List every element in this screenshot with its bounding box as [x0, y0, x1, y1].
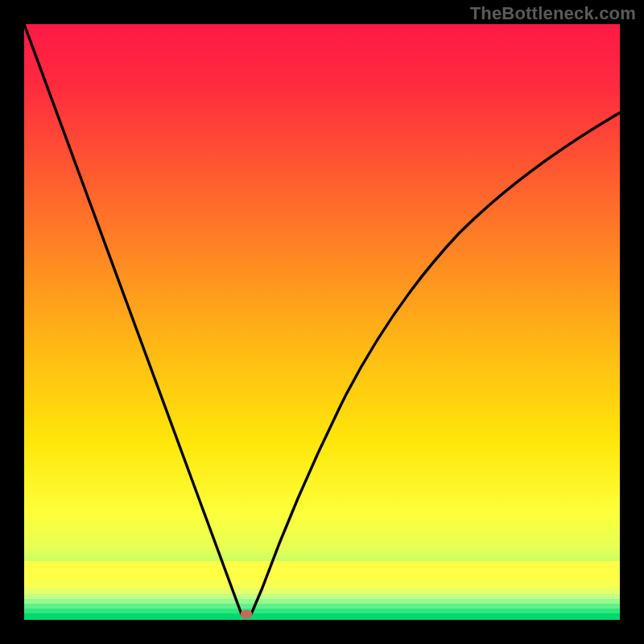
curve-path: [24, 24, 620, 617]
minimum-marker: [241, 610, 253, 619]
chart-frame: TheBottleneck.com: [0, 0, 644, 644]
bottleneck-curve: [24, 24, 620, 620]
plot-area: [24, 24, 620, 620]
watermark-label: TheBottleneck.com: [470, 3, 636, 24]
